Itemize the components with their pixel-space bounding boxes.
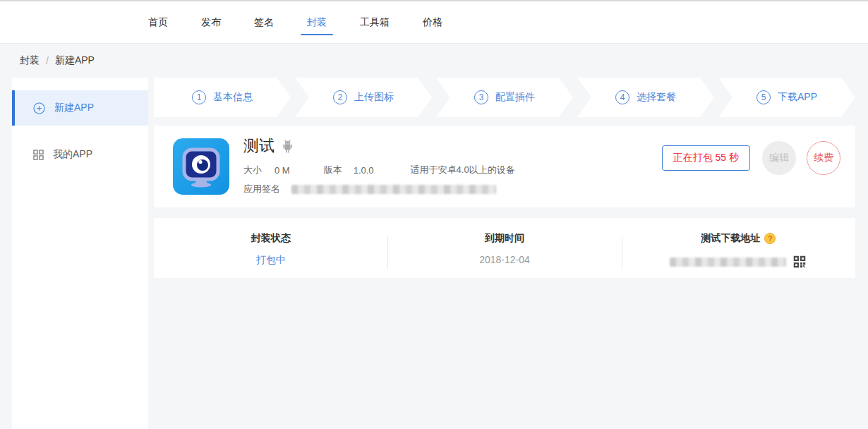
sidebar: 新建APP 我的APP — [12, 78, 148, 429]
expiry-value: 2018-12-04 — [387, 254, 621, 265]
step-download-app[interactable]: 5 下载APP — [718, 78, 855, 117]
step-label: 下载APP — [778, 91, 817, 104]
qr-code-icon[interactable] — [792, 254, 807, 270]
android-icon — [281, 139, 294, 154]
signature-label: 应用签名 — [243, 183, 280, 195]
sidebar-item-label: 新建APP — [54, 102, 94, 114]
compatibility-text: 适用于安卓4.0以上的设备 — [411, 164, 515, 176]
download-url-redacted-value — [670, 258, 786, 267]
breadcrumb-separator: / — [46, 55, 49, 66]
step-label: 选择套餐 — [637, 91, 676, 104]
status-col-package-state: 封装状态 打包中 — [154, 218, 387, 278]
packing-status-button[interactable]: 正在打包 55 秒 — [662, 145, 750, 171]
step-number-badge: 4 — [615, 90, 629, 104]
app-title: 测试 — [243, 135, 275, 157]
size-label: 大小 — [243, 164, 262, 176]
sidebar-item-label: 我的APP — [53, 148, 92, 161]
version-label: 版本 — [324, 164, 342, 176]
coin-question-icon[interactable]: ? — [764, 233, 776, 244]
size-value: 0 M — [275, 165, 290, 176]
expiry-header: 到期时间 — [485, 232, 524, 245]
status-col-expiry: 到期时间 2018-12-04 — [387, 218, 621, 278]
step-basic-info[interactable]: 1 基本信息 — [154, 78, 291, 117]
tab-pricing[interactable]: 价格 — [423, 1, 442, 43]
signature-redacted-value — [291, 185, 496, 194]
edit-button[interactable]: 编辑 — [762, 141, 796, 175]
step-number-badge: 5 — [757, 90, 771, 104]
renew-button[interactable]: 续费 — [807, 141, 840, 175]
step-wizard: 1 基本信息 2 上传图标 3 配置插件 4 选择套餐 5 下载APP — [154, 78, 855, 117]
top-nav: 首页 发布 签名 封装 工具箱 价格 — [0, 0, 868, 44]
step-label: 上传图标 — [354, 91, 394, 104]
tab-publish[interactable]: 发布 — [201, 1, 221, 43]
step-configure-plugins[interactable]: 3 配置插件 — [436, 78, 573, 117]
step-upload-icon[interactable]: 2 上传图标 — [295, 78, 432, 117]
step-label: 基本信息 — [213, 91, 253, 104]
package-state-header: 封装状态 — [251, 232, 291, 245]
plus-circle-icon — [33, 102, 45, 114]
step-number-badge: 1 — [192, 90, 206, 104]
status-card: 封装状态 打包中 到期时间 2018-12-04 测试下载地址 ? — [154, 218, 855, 278]
breadcrumb-root[interactable]: 封装 — [20, 54, 40, 67]
breadcrumb: 封装 / 新建APP — [0, 44, 95, 78]
step-number-badge: 3 — [474, 90, 488, 104]
app-card: 测试 大小 0 M 版本 1.0.0 适用于安卓4.0以上 — [154, 126, 855, 207]
sidebar-item-new-app[interactable]: 新建APP — [12, 90, 148, 126]
tab-home[interactable]: 首页 — [148, 1, 168, 43]
app-icon — [173, 138, 229, 195]
step-choose-plan[interactable]: 4 选择套餐 — [577, 78, 714, 117]
step-label: 配置插件 — [495, 91, 535, 104]
tab-toolbox[interactable]: 工具箱 — [360, 1, 390, 43]
version-value: 1.0.0 — [354, 165, 374, 176]
step-number-badge: 2 — [333, 90, 347, 104]
sidebar-item-my-apps[interactable]: 我的APP — [12, 137, 148, 172]
tab-package[interactable]: 封装 — [307, 1, 327, 43]
app-info: 测试 大小 0 M 版本 1.0.0 适用于安卓4.0以上 — [243, 135, 515, 195]
package-state-value: 打包中 — [154, 254, 387, 267]
download-url-header: 测试下载地址 — [701, 232, 760, 245]
tab-sign[interactable]: 签名 — [254, 1, 274, 43]
grid-apps-icon — [33, 150, 44, 160]
status-col-download-url: 测试下载地址 ? — [622, 218, 855, 278]
breadcrumb-current: 新建APP — [55, 54, 95, 67]
